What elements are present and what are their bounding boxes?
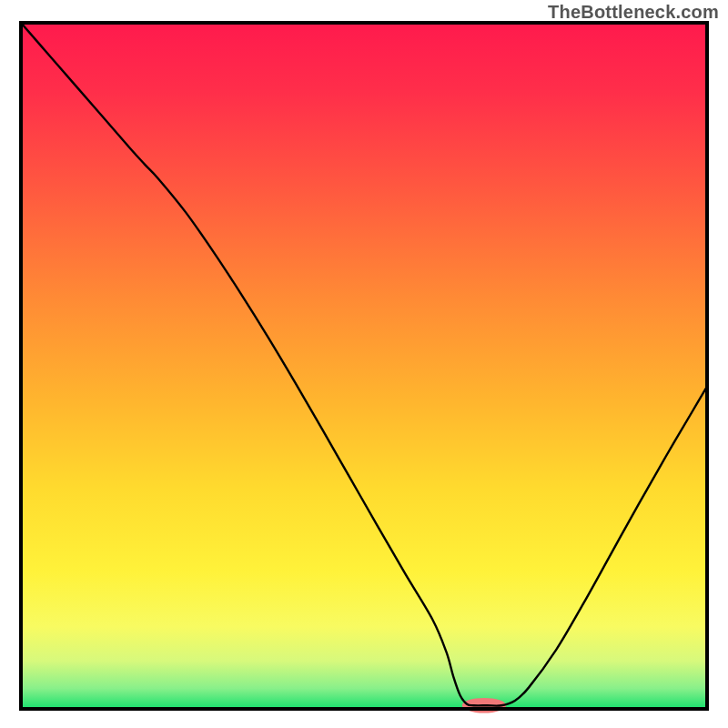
bottleneck-chart — [0, 0, 728, 728]
watermark-text: TheBottleneck.com — [548, 2, 719, 23]
gradient-background — [21, 23, 707, 709]
